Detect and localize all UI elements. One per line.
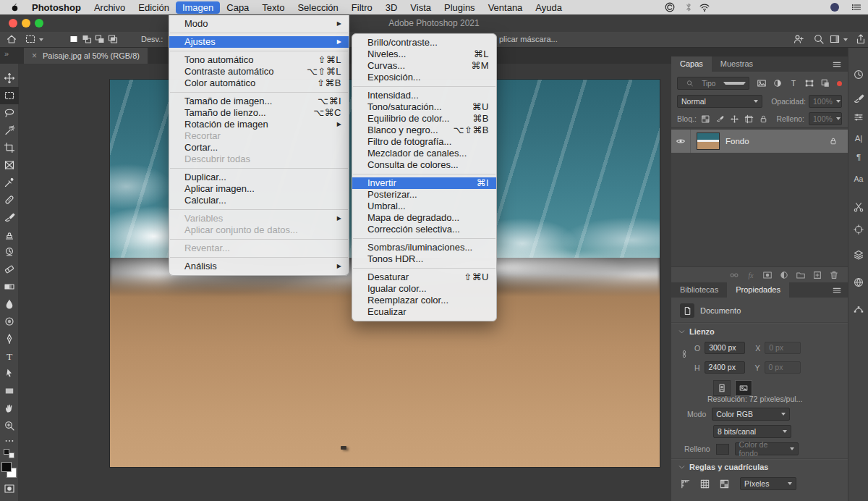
apple-icon[interactable] <box>10 2 20 13</box>
lock-artboard-icon[interactable] <box>744 114 754 124</box>
control-center-icon[interactable] <box>851 1 862 13</box>
rectangular-marquee-tool[interactable] <box>0 87 19 104</box>
transparency-grid-icon[interactable] <box>719 479 730 489</box>
menu-item-rotacion-de-imagen[interactable]: Rotación de imagen▶ <box>169 119 349 130</box>
brush-settings-icon[interactable] <box>853 93 864 104</box>
add-user-icon[interactable] <box>793 33 804 45</box>
caret-down-icon[interactable] <box>39 38 43 41</box>
submenu-item-correccion-selectiva[interactable]: Corrección selectiva... <box>352 224 496 235</box>
layer-row-fondo[interactable]: Fondo <box>671 130 848 153</box>
submenu-item-umbral[interactable]: Umbral... <box>352 201 496 212</box>
quick-mask-button[interactable] <box>0 480 19 497</box>
submenu-item-tono-saturacion[interactable]: Tono/saturación...⌘U <box>352 101 496 113</box>
submenu-item-sombras-iluminaciones[interactable]: Sombras/iluminaciones... <box>352 242 496 253</box>
frame-tool[interactable] <box>0 156 19 174</box>
canvas-fill-select[interactable]: Color de fondo <box>735 442 799 455</box>
new-layer-icon[interactable] <box>812 270 822 280</box>
submenu-item-blanco-y-negro[interactable]: Blanco y negro...⌥⇧⌘B <box>352 125 496 136</box>
edit-toolbar-icon[interactable] <box>0 434 19 447</box>
crop-tool[interactable] <box>0 139 19 156</box>
type-filter-icon[interactable]: T <box>788 78 799 88</box>
move-tool[interactable] <box>0 70 19 87</box>
workspace-icon[interactable] <box>829 33 841 45</box>
home-icon[interactable] <box>6 33 17 45</box>
menu-item-modo[interactable]: Modo▶ <box>169 18 349 30</box>
submenu-item-ecualizar[interactable]: Ecualizar <box>352 306 496 318</box>
submenu-item-mezclador-de-canales[interactable]: Mezclador de canales... <box>352 148 496 159</box>
menubar-imagen[interactable]: Imagen <box>176 1 220 14</box>
libraries-icon[interactable] <box>853 249 864 261</box>
lock-transparency-icon[interactable] <box>701 114 710 124</box>
menu-item-aplicar-imagen[interactable]: Aplicar imagen... <box>169 183 349 195</box>
ruler-icon[interactable] <box>680 479 691 489</box>
gradient-tool[interactable] <box>0 278 19 295</box>
tab-propiedades[interactable]: Propiedades <box>727 282 789 298</box>
submenu-item-igualar-color[interactable]: Igualar color... <box>352 283 496 295</box>
layer-mask-icon[interactable] <box>762 270 773 280</box>
width-field[interactable]: 3000 px <box>705 342 745 354</box>
menubar-capa[interactable]: Capa <box>220 1 255 14</box>
creative-cloud-icon[interactable] <box>664 1 676 13</box>
submenu-item-filtro-de-fotografia[interactable]: Filtro de fotografía... <box>352 136 496 148</box>
clone-stamp-tool[interactable] <box>0 226 19 243</box>
x-field[interactable]: 0 px <box>765 342 801 354</box>
submenu-item-posterizar[interactable]: Posterizar... <box>352 189 496 201</box>
fill-swatch[interactable] <box>716 444 729 455</box>
siri-icon[interactable] <box>829 1 841 13</box>
submenu-item-consulta-de-colores[interactable]: Consulta de colores... <box>352 159 496 171</box>
tab-muestras[interactable]: Muestras <box>712 56 762 72</box>
hand-tool[interactable] <box>0 400 19 417</box>
image-filter-icon[interactable] <box>757 78 767 88</box>
add-selection-icon[interactable] <box>81 33 93 45</box>
eyedropper-tool[interactable] <box>0 174 19 191</box>
link-icon[interactable] <box>729 270 739 280</box>
select-and-mask-button[interactable]: plicar máscara... <box>499 35 558 43</box>
dodge-tool[interactable] <box>0 313 19 330</box>
submenu-item-intensidad[interactable]: Intensidad... <box>352 90 496 101</box>
color-swatches[interactable] <box>1 462 17 478</box>
fx-icon[interactable]: fx <box>746 270 756 280</box>
filter-toggle-icon[interactable] <box>837 81 842 86</box>
menubar-plugins[interactable]: Plugins <box>438 1 482 14</box>
menubar-seleccion[interactable]: Selección <box>291 1 344 14</box>
menubar-edicion[interactable]: Edición <box>132 1 176 14</box>
clone-source-icon[interactable] <box>853 224 864 235</box>
color-mode-select[interactable]: Color RGB <box>712 408 790 421</box>
canvas-section-header[interactable]: Lienzo <box>678 327 715 336</box>
menubar-3d[interactable]: 3D <box>379 1 404 14</box>
history-brush-tool[interactable] <box>0 243 19 261</box>
y-field[interactable]: 0 px <box>765 361 801 374</box>
type-tool[interactable]: T <box>0 348 19 365</box>
lock-all-icon[interactable] <box>759 114 768 124</box>
menu-item-analisis[interactable]: Análisis▶ <box>169 261 349 272</box>
tab-capas[interactable]: Capas <box>671 56 712 72</box>
submenu-item-brillo-contraste[interactable]: Brillo/contraste... <box>352 37 496 49</box>
caret-down-icon[interactable] <box>843 38 848 41</box>
layer-thumbnail[interactable] <box>697 132 720 150</box>
tab-overflow-icon[interactable]: » <box>4 49 9 58</box>
menubar-ventana[interactable]: Ventana <box>482 1 529 14</box>
brush-tool[interactable] <box>0 209 19 226</box>
layer-lock-icon[interactable] <box>829 137 838 146</box>
tab-close-icon[interactable]: × <box>32 51 37 60</box>
scissors-icon[interactable] <box>853 201 864 213</box>
delete-icon[interactable] <box>829 270 839 280</box>
submenu-item-curvas[interactable]: Curvas...⌘M <box>352 60 496 72</box>
object-selection-tool[interactable] <box>0 122 19 139</box>
menu-item-color-automatico[interactable]: Color automático⇧⌘B <box>169 77 349 89</box>
submenu-item-mapa-de-degradado[interactable]: Mapa de degradado... <box>352 212 496 224</box>
pen-tool[interactable] <box>0 330 19 348</box>
lasso-tool[interactable] <box>0 104 19 122</box>
grid-icon[interactable] <box>699 479 710 489</box>
menu-item-tamano-de-imagen[interactable]: Tamaño de imagen...⌥⌘I <box>169 96 349 107</box>
shape-filter-icon[interactable] <box>804 78 814 88</box>
menubar-archivo[interactable]: Archivo <box>88 1 132 14</box>
submenu-item-desaturar[interactable]: Desaturar⇧⌘U <box>352 271 496 283</box>
document-tab[interactable]: × Paisaje.jpg al 50% (RGB/8) <box>24 47 148 64</box>
marquee-tool-icon[interactable] <box>25 33 36 45</box>
visibility-eye-icon[interactable] <box>676 136 686 146</box>
opacity-select[interactable]: 100% <box>809 95 842 108</box>
new-group-icon[interactable] <box>796 270 806 280</box>
lock-paint-icon[interactable] <box>715 114 725 124</box>
menubar-photoshop[interactable]: Photoshop <box>25 1 88 14</box>
